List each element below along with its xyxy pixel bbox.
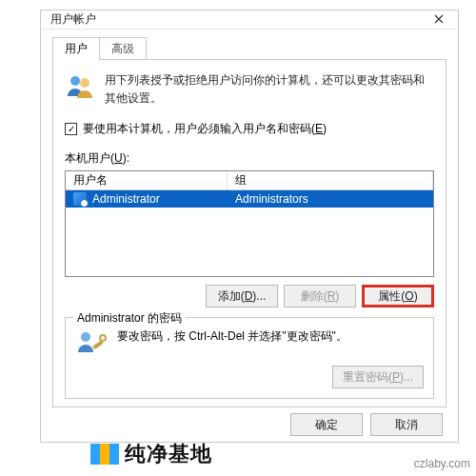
svg-point-4 bbox=[100, 335, 106, 341]
user-list[interactable]: 用户名 组 Administrator Administrators bbox=[65, 170, 434, 277]
users-icon bbox=[65, 71, 95, 102]
tab-strip: 用户 高级 bbox=[52, 37, 446, 60]
titlebar: 用户帐户 bbox=[41, 10, 458, 30]
user-icon bbox=[73, 192, 87, 206]
tab-advanced[interactable]: 高级 bbox=[99, 37, 147, 60]
brand-watermark: 纯净基地 bbox=[90, 440, 212, 468]
dialog-buttons: 确定 取消 bbox=[52, 407, 446, 436]
close-button[interactable] bbox=[420, 10, 458, 29]
checkbox-label: 要使用本计算机，用户必须输入用户名和密码(E) bbox=[83, 121, 327, 137]
close-icon bbox=[434, 14, 444, 24]
svg-point-0 bbox=[70, 76, 80, 86]
window-title: 用户帐户 bbox=[50, 11, 96, 28]
remove-button[interactable]: 删除(R) bbox=[284, 285, 356, 307]
url-watermark: czlaby.com bbox=[414, 457, 470, 470]
svg-point-1 bbox=[80, 78, 89, 88]
list-header: 用户名 组 bbox=[66, 171, 433, 190]
tab-users-label: 用户 bbox=[65, 42, 88, 55]
add-button[interactable]: 添加(D)... bbox=[206, 285, 278, 307]
checkbox-icon: ✓ bbox=[65, 123, 77, 135]
reset-password-button[interactable]: 重置密码(P)... bbox=[332, 366, 424, 388]
key-icon bbox=[75, 327, 108, 360]
svg-point-2 bbox=[81, 332, 90, 342]
tab-users[interactable]: 用户 bbox=[52, 37, 100, 60]
group-text: 要改密码，按 Ctrl-Alt-Del 并选择"更改密码"。 bbox=[117, 327, 347, 346]
intro-text: 用下列表授予或拒绝用户访问你的计算机，还可以更改其密码和其他设置。 bbox=[105, 71, 434, 108]
cell-username: Administrator bbox=[92, 192, 160, 206]
properties-button[interactable]: 属性(O) bbox=[362, 285, 434, 307]
cell-group: Administrators bbox=[235, 192, 308, 206]
user-list-label: 本机用户(U): bbox=[65, 150, 434, 167]
cancel-button[interactable]: 取消 bbox=[370, 413, 443, 436]
col-username[interactable]: 用户名 bbox=[66, 171, 228, 189]
brand-logo-icon bbox=[90, 444, 119, 465]
password-group: Administrator 的密码 要改密码，按 Ctrl-Alt-Del 并选… bbox=[65, 317, 434, 399]
tab-underline bbox=[52, 59, 446, 60]
tab-advanced-label: 高级 bbox=[111, 42, 134, 55]
ok-button[interactable]: 确定 bbox=[290, 413, 363, 436]
group-title: Administrator 的密码 bbox=[73, 310, 186, 327]
col-group[interactable]: 组 bbox=[228, 171, 433, 189]
list-row[interactable]: Administrator Administrators bbox=[66, 190, 433, 208]
client-area: 用户 高级 用下列表授予或拒绝用户访问你的计算机，还可以更改其密码和其他设置。 … bbox=[41, 30, 458, 442]
require-password-checkbox[interactable]: ✓ 要使用本计算机，用户必须输入用户名和密码(E) bbox=[65, 121, 434, 137]
user-accounts-dialog: 用户帐户 用户 高级 用下列表授予或拒绝用户访问你的计算机，还可以更改其密码和其… bbox=[40, 10, 459, 443]
tab-panel-users: 用下列表授予或拒绝用户访问你的计算机，还可以更改其密码和其他设置。 ✓ 要使用本… bbox=[52, 60, 446, 407]
